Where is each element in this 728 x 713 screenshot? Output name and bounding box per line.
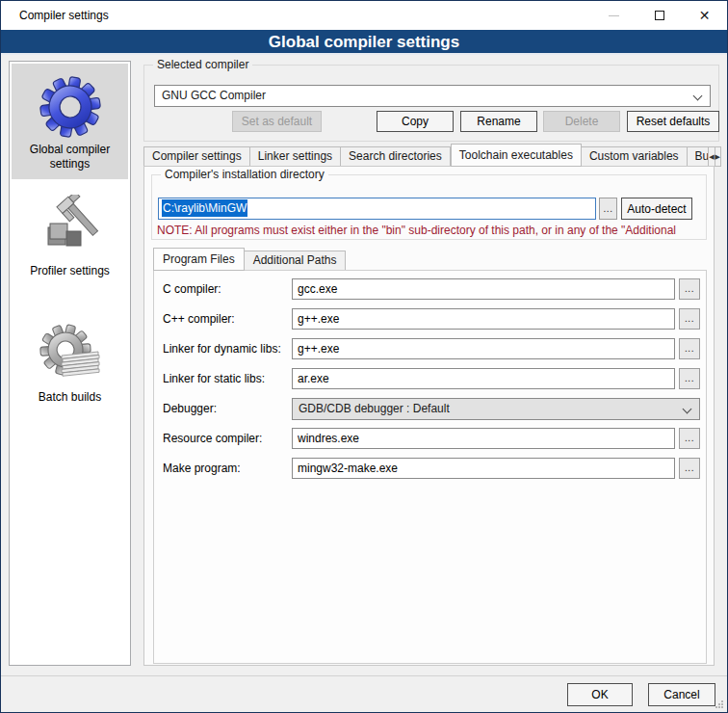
set-as-default-button[interactable]: Set as default bbox=[232, 111, 322, 132]
selected-compiler-dropdown[interactable]: GNU GCC Compiler bbox=[154, 85, 711, 107]
arrow-left-icon: ◀ bbox=[709, 153, 714, 161]
debugger-dropdown[interactable]: GDB/CDB debugger : Default bbox=[292, 398, 700, 420]
maximize-button[interactable] bbox=[637, 1, 682, 30]
tab-custom-variables[interactable]: Custom variables bbox=[582, 146, 688, 167]
c-compiler-input[interactable] bbox=[292, 278, 675, 300]
linker-dynamic-browse-button[interactable]: ... bbox=[679, 338, 700, 359]
field-label: Make program: bbox=[163, 462, 241, 475]
compiler-settings-window: Compiler settings ✕ Global compiler sett… bbox=[0, 0, 728, 713]
tab-linker-settings[interactable]: Linker settings bbox=[250, 146, 341, 167]
minimize-icon bbox=[609, 15, 619, 16]
linker-static-input[interactable] bbox=[292, 368, 675, 389]
chevron-down-icon bbox=[683, 405, 692, 414]
chevron-down-icon bbox=[693, 92, 703, 101]
sidebar-item-label: Global compiler settings bbox=[13, 143, 126, 172]
sidebar-item-label: Batch builds bbox=[13, 390, 126, 405]
group-label: Compiler's installation directory bbox=[161, 168, 328, 181]
settings-sidebar: Global compiler settings Profiler settin… bbox=[9, 61, 131, 666]
linker-dynamic-input[interactable] bbox=[292, 338, 675, 359]
ok-button[interactable]: OK bbox=[567, 683, 633, 706]
install-dir-value: C:\raylib\MinGW bbox=[162, 199, 247, 217]
tab-program-files[interactable]: Program Files bbox=[153, 248, 245, 271]
make-program-input[interactable] bbox=[292, 458, 675, 479]
form-row-cpp-compiler: C++ compiler: ... bbox=[163, 308, 700, 330]
blue-gear-icon bbox=[37, 73, 104, 141]
rename-button[interactable]: Rename bbox=[460, 111, 537, 132]
install-dir-input[interactable]: C:\raylib\MinGW bbox=[158, 198, 596, 220]
make-program-browse-button[interactable]: ... bbox=[679, 458, 700, 479]
sidebar-item-label: Profiler settings bbox=[13, 264, 126, 278]
sidebar-item-batch-builds[interactable]: Batch builds bbox=[12, 311, 128, 412]
install-dir-browse-button[interactable]: ... bbox=[599, 198, 617, 220]
form-row-debugger: Debugger: GDB/CDB debugger : Default bbox=[163, 398, 700, 420]
copy-button[interactable]: Copy bbox=[377, 111, 454, 132]
cancel-button[interactable]: Cancel bbox=[648, 683, 715, 706]
sidebar-item-global-compiler-settings[interactable]: Global compiler settings bbox=[12, 64, 128, 179]
delete-button[interactable]: Delete bbox=[543, 111, 620, 132]
tab-additional-paths[interactable]: Additional Paths bbox=[245, 251, 347, 271]
selected-compiler-value: GNU GCC Compiler bbox=[162, 89, 266, 102]
minimize-button[interactable] bbox=[591, 1, 637, 30]
resize-grip[interactable] bbox=[715, 700, 724, 709]
page-title: Global compiler settings bbox=[1, 30, 727, 55]
form-row-resource-compiler: Resource compiler: ... bbox=[163, 428, 700, 450]
cpp-compiler-browse-button[interactable]: ... bbox=[679, 308, 700, 330]
tab-build-options[interactable]: Build options bbox=[688, 146, 710, 167]
field-label: Resource compiler: bbox=[163, 432, 262, 445]
footer-divider bbox=[1, 675, 727, 676]
resource-compiler-browse-button[interactable]: ... bbox=[679, 428, 700, 449]
window-controls: ✕ bbox=[591, 1, 727, 30]
tab-search-directories[interactable]: Search directories bbox=[341, 146, 451, 167]
resource-compiler-input[interactable] bbox=[292, 428, 675, 449]
close-button[interactable]: ✕ bbox=[682, 1, 727, 30]
titlebar: Compiler settings ✕ bbox=[1, 1, 727, 30]
install-dir-note: NOTE: All programs must exist either in … bbox=[157, 224, 704, 237]
close-icon: ✕ bbox=[699, 9, 711, 22]
reset-defaults-button[interactable]: Reset defaults bbox=[627, 111, 719, 132]
window-title: Compiler settings bbox=[19, 9, 109, 22]
field-label: C++ compiler: bbox=[163, 312, 235, 326]
tab-scroll-right-button[interactable]: ▶ bbox=[715, 146, 721, 167]
tab-toolchain-executables[interactable]: Toolchain executables bbox=[451, 144, 582, 167]
linker-static-browse-button[interactable]: ... bbox=[679, 368, 700, 389]
cpp-compiler-input[interactable] bbox=[292, 308, 675, 330]
sidebar-item-profiler-settings[interactable]: Profiler settings bbox=[12, 185, 128, 286]
form-row-c-compiler: C compiler: ... bbox=[163, 278, 700, 301]
group-label: Selected compiler bbox=[153, 58, 252, 71]
field-label: Linker for static libs: bbox=[163, 372, 265, 385]
compiler-tabs: Compiler settings Linker settings Search… bbox=[143, 144, 721, 167]
form-row-linker-static: Linker for static libs: ... bbox=[163, 368, 700, 390]
field-label: C compiler: bbox=[163, 282, 221, 296]
caliper-icon bbox=[37, 195, 104, 262]
gray-gear-stack-icon bbox=[37, 321, 104, 388]
arrow-right-icon: ▶ bbox=[715, 153, 720, 161]
form-row-linker-dynamic: Linker for dynamic libs: ... bbox=[163, 338, 700, 360]
program-subtabs: Program Files Additional Paths bbox=[153, 248, 346, 271]
form-row-make-program: Make program: ... bbox=[163, 458, 700, 480]
tab-compiler-settings[interactable]: Compiler settings bbox=[143, 146, 250, 167]
auto-detect-button[interactable]: Auto-detect bbox=[621, 198, 692, 220]
maximize-icon bbox=[655, 11, 664, 20]
field-label: Linker for dynamic libs: bbox=[163, 342, 281, 356]
field-label: Debugger: bbox=[163, 402, 217, 415]
c-compiler-browse-button[interactable]: ... bbox=[679, 278, 700, 300]
debugger-value: GDB/CDB debugger : Default bbox=[299, 402, 450, 415]
